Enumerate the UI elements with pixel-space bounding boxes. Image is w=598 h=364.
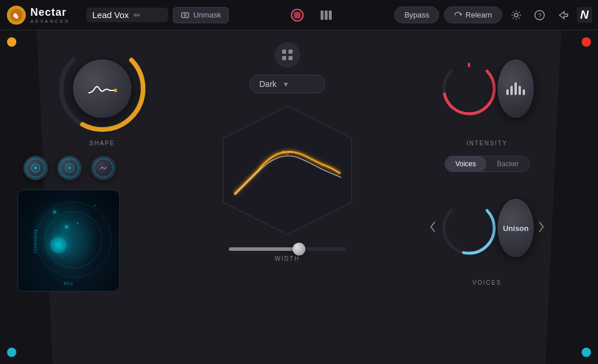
small-knobs-row — [18, 156, 187, 180]
corner-indicator-bl — [7, 348, 16, 357]
intensity-ring-svg — [440, 42, 498, 135]
right-panel: INTENSITY Voices Backer — [382, 42, 586, 352]
ni-logo: N — [577, 7, 592, 23]
small-knob-2[interactable] — [57, 156, 82, 180]
intensity-knob-container: INTENSITY — [440, 42, 534, 146]
svg-point-15 — [32, 164, 40, 172]
grid-button[interactable] — [315, 4, 338, 26]
waveform-svg — [229, 124, 346, 217]
xy-pad-dot[interactable] — [50, 237, 67, 253]
chevron-right-icon — [536, 220, 545, 234]
svg-text:?: ? — [538, 12, 541, 19]
shape-knob-container: SHAPE — [18, 42, 187, 146]
xy-pad[interactable]: Intensity Mix — [18, 190, 120, 292]
scatter-dot-4 — [65, 225, 68, 229]
header-right: Bypass Relearn ? — [394, 6, 592, 24]
svg-rect-22 — [288, 56, 293, 60]
shape-wave-icon — [88, 80, 117, 97]
relearn-label: Relearn — [465, 10, 492, 19]
scatter-dot-3 — [94, 205, 96, 206]
small-knob-3[interactable] — [91, 156, 116, 180]
voices-knob-inner[interactable]: Unison — [498, 199, 534, 257]
preset-area[interactable]: Lead Vox ✏ — [86, 8, 168, 22]
voices-nav-row: Unison — [440, 181, 534, 275]
backer-toggle-btn[interactable]: Backer — [486, 156, 529, 172]
voices-prev-button[interactable] — [429, 220, 438, 236]
intensity-bars-icon — [506, 82, 525, 95]
preset-name: Lead Vox — [92, 10, 129, 20]
main-area: SHAPE — [0, 30, 598, 364]
voices-toggle-btn[interactable]: Voices — [445, 156, 486, 172]
voices-next-button[interactable] — [536, 220, 545, 236]
hex-content — [226, 112, 349, 229]
scatter-dot-2 — [77, 222, 79, 225]
svg-point-9 — [514, 13, 518, 17]
unmask-button[interactable]: Unmask — [173, 7, 229, 23]
content-grid: SHAPE — [0, 30, 598, 364]
corner-indicator-tl — [7, 37, 16, 47]
knob3-icon — [98, 162, 109, 174]
corner-indicator-tr — [582, 37, 591, 47]
slider-fill — [229, 247, 299, 251]
xy-label-x: Mix — [64, 281, 74, 286]
voices-backer-toggle: Voices Backer — [444, 156, 530, 172]
module-grid-button[interactable] — [274, 42, 300, 68]
voices-knob-wrap[interactable]: Unison — [440, 181, 534, 275]
svg-rect-7 — [325, 10, 328, 20]
svg-point-14 — [114, 89, 117, 92]
left-panel: SHAPE — [18, 42, 193, 352]
settings-button[interactable] — [507, 6, 526, 24]
voices-knob-container: Unison VOICES — [440, 181, 534, 286]
chevron-down-icon: ▾ — [284, 79, 288, 89]
logo-text: Nectar ADVANCED — [30, 6, 70, 24]
corner-indicator-br — [582, 348, 591, 357]
intensity-knob-wrap[interactable] — [440, 42, 534, 135]
app-name: Nectar — [30, 6, 70, 19]
svg-point-17 — [65, 164, 74, 172]
shape-knob-inner[interactable] — [73, 60, 131, 118]
voices-type-label: Unison — [503, 224, 529, 233]
center-panel: Dark ▾ — [193, 42, 382, 352]
intensity-knob-inner[interactable] — [498, 60, 534, 118]
small-knob-1[interactable] — [23, 156, 48, 180]
width-slider[interactable] — [229, 247, 346, 251]
share-button[interactable] — [554, 6, 572, 24]
knob1-icon — [30, 162, 41, 174]
edit-icon[interactable]: ✏ — [134, 10, 141, 20]
svg-rect-8 — [329, 10, 332, 20]
scatter-dot-1 — [53, 211, 56, 214]
intensity-label: INTENSITY — [467, 140, 507, 146]
svg-rect-19 — [282, 50, 286, 54]
relearn-button[interactable]: Relearn — [444, 6, 502, 23]
help-button[interactable]: ? — [530, 6, 549, 24]
svg-rect-21 — [282, 56, 286, 60]
orb-button[interactable] — [286, 4, 308, 26]
knob2-icon — [64, 162, 75, 174]
hex-display — [211, 100, 363, 240]
logo-area: Nectar ADVANCED — [6, 5, 82, 26]
unmask-label: Unmask — [193, 10, 221, 19]
svg-rect-26 — [468, 63, 470, 67]
style-selected: Dark — [259, 79, 277, 89]
shape-knob-wrap[interactable] — [55, 42, 149, 135]
style-dropdown[interactable]: Dark ▾ — [249, 75, 325, 93]
unmask-icon — [180, 10, 190, 20]
xy-circles — [36, 202, 112, 278]
shape-label: SHAPE — [89, 140, 115, 146]
width-label: WIDTH — [275, 256, 300, 262]
voices-ring-svg — [440, 181, 498, 275]
nectar-logo-icon — [6, 5, 27, 26]
relearn-icon — [454, 11, 462, 19]
bypass-button[interactable]: Bypass — [394, 6, 439, 23]
slider-thumb[interactable] — [293, 243, 305, 256]
module-grid-icon — [281, 48, 294, 61]
svg-point-18 — [68, 166, 71, 170]
app-subtitle: ADVANCED — [30, 19, 70, 24]
header-center — [234, 4, 390, 26]
header: Nectar ADVANCED Lead Vox ✏ Unmask — [0, 0, 598, 30]
svg-rect-6 — [321, 10, 324, 20]
xy-label-y: Intensity — [32, 228, 38, 253]
svg-rect-20 — [288, 50, 293, 54]
chevron-left-icon — [429, 220, 438, 234]
voices-label: VOICES — [472, 279, 502, 286]
